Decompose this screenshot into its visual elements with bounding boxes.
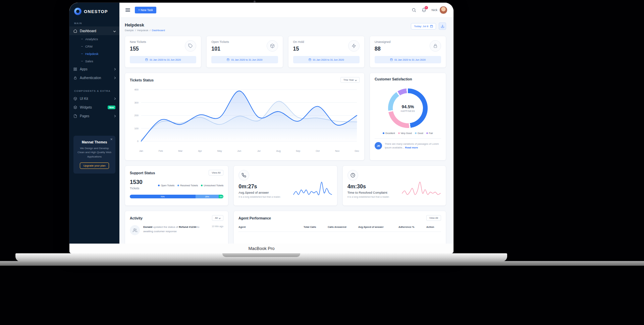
- lock-icon: [73, 76, 77, 80]
- activity-actor: Donald: [143, 225, 152, 229]
- date-range-pill[interactable]: 01 Jan 2020 to 31 Jun 2020: [293, 56, 360, 63]
- breadcrumb-separator: /: [150, 29, 150, 32]
- activity-object: Refund #1234: [179, 225, 196, 229]
- activity-list-item[interactable]: Donald updated the status of Refund #123…: [130, 225, 223, 235]
- sidebar-item-analytics[interactable]: Analytics: [69, 35, 119, 43]
- date-range-pill[interactable]: 01 Jan 2020 to 31 Jun 2020: [375, 56, 441, 63]
- close-icon[interactable]: ✕: [110, 138, 113, 141]
- logo-text: ONESTOP: [84, 9, 108, 14]
- progress-segment: 5%: [219, 195, 223, 198]
- support-legend: Open TicketsResolved TicketsUnresolved T…: [158, 179, 223, 190]
- svg-text:100: 100: [134, 127, 138, 130]
- chevron-down-icon: [355, 79, 357, 81]
- date-range-label: 01 Jan 2020 to 31 Jun 2020: [394, 58, 426, 61]
- calendar-icon: [227, 58, 229, 61]
- sidebar-item-label: Widgets: [80, 106, 92, 109]
- agent-table-header: Agent Total Calls Calls Answered Avg.Spe…: [238, 225, 441, 232]
- date-range-pill[interactable]: 01 Jan 2020 to 31 Jun 2020: [130, 56, 196, 63]
- phone-icon: [238, 170, 249, 181]
- stat-value: 15: [293, 46, 304, 52]
- stat-card-on-hold: On Hold 15 01 Jan 2020 to 31 Ju: [288, 36, 365, 68]
- upgrade-plan-button[interactable]: Upgrade your plan: [80, 162, 109, 169]
- activity-filter-label: All: [215, 216, 218, 219]
- sidebar-item-pages[interactable]: Pages: [69, 112, 119, 120]
- chevron-right-icon: [113, 115, 116, 117]
- support-status-card: Support Status View All 1530 Tickets Ope…: [125, 166, 228, 206]
- activity-filter-dropdown[interactable]: All: [212, 215, 223, 221]
- lock-icon: [430, 40, 441, 52]
- card-title: Customer Satisfaction: [375, 77, 412, 81]
- laptop-base: [15, 253, 507, 262]
- section-label-main: MAIN: [69, 18, 119, 26]
- card-title: Agent Performance: [238, 216, 271, 220]
- dash-icon: [81, 46, 83, 47]
- svg-text:400: 400: [134, 88, 138, 91]
- satisfaction-donut-chart: 94.5% HAPPINESS: [388, 88, 428, 128]
- package-icon: [267, 40, 278, 52]
- breadcrumb-item[interactable]: Dastyle: [125, 29, 134, 32]
- chevron-down-icon: [219, 217, 221, 219]
- svg-text:0: 0: [137, 140, 139, 143]
- sidebar-item-crm[interactable]: CRM: [69, 43, 119, 50]
- today-date-button[interactable]: Today: Jul 8: [411, 23, 436, 29]
- customer-satisfaction-card: Customer Satisfaction 94.5% HAPPINESS: [370, 73, 446, 160]
- date-range-label: 01 Jan 2020 to 31 Jun 2020: [313, 58, 344, 61]
- clock-icon: [347, 170, 358, 181]
- svg-text:Sep: Sep: [296, 149, 300, 152]
- stat-value: 88: [375, 46, 391, 52]
- bell-icon[interactable]: 7: [422, 8, 426, 12]
- sidebar-item-sales[interactable]: Sales: [69, 57, 119, 65]
- view-all-button[interactable]: View All: [426, 215, 441, 221]
- chevron-right-icon: [113, 76, 116, 79]
- breadcrumb-separator: /: [135, 29, 136, 32]
- column-header: Agent: [238, 225, 304, 229]
- sidebar-item-widgets[interactable]: Widgets New: [69, 103, 119, 112]
- progress-segment: 25%: [196, 195, 219, 198]
- svg-text:Apr: Apr: [198, 149, 202, 152]
- sidebar-item-ui-kit[interactable]: UI Kit: [69, 94, 119, 103]
- svg-text:Feb: Feb: [159, 149, 163, 152]
- date-range-label: 01 Jan 2020 to 31 Jun 2020: [231, 58, 262, 61]
- date-range-pill[interactable]: 01 Jan 2020 to 31 Jun 2020: [211, 56, 278, 63]
- breadcrumb-item[interactable]: Helpdesk: [137, 29, 148, 32]
- menu-toggle-icon[interactable]: [125, 7, 130, 12]
- laptop-screen: ONESTOP MAIN Dashboard Analytics CRM Hel…: [69, 3, 453, 244]
- calendar-icon: [145, 58, 148, 61]
- user-avatar: [439, 6, 447, 14]
- support-progress-bar: 70%25%5%: [130, 195, 223, 198]
- model-text: MacBook Pro: [248, 246, 274, 251]
- legend-item: Open Tickets: [158, 181, 174, 190]
- read-more-link[interactable]: Read more: [405, 146, 418, 149]
- sub-item-label: Analytics: [85, 37, 98, 41]
- search-icon[interactable]: [412, 8, 416, 12]
- stat-card-unassigned: Unassigned 88 01 Jan 2020 to 31: [370, 36, 446, 68]
- calendar-icon: [430, 25, 433, 28]
- sub-item-label: Helpdesk: [85, 52, 99, 56]
- calendar-icon: [309, 58, 311, 61]
- sidebar-item-label: UI Kit: [80, 97, 88, 101]
- sidebar-item-dashboard[interactable]: Dashboard: [69, 26, 119, 35]
- date-button-label: Today: Jul 8: [414, 25, 428, 28]
- download-button[interactable]: [439, 22, 446, 30]
- main-area: + New Task 7 Nick: [119, 3, 453, 244]
- activity-text: Donald updated the status of Refund #123…: [143, 225, 208, 235]
- new-task-button[interactable]: + New Task: [135, 7, 156, 13]
- home-icon: [73, 29, 77, 33]
- satisfaction-note: There are many variations of passages of…: [385, 142, 441, 150]
- zap-icon: [348, 40, 360, 52]
- sidebar-item-apps[interactable]: Apps: [69, 65, 119, 73]
- tickets-status-card: Tickets Status This Year 0100200300400Ja…: [125, 73, 365, 160]
- dash-icon: [81, 54, 83, 54]
- sidebar-item-helpdesk[interactable]: Helpdesk: [69, 50, 119, 57]
- logo[interactable]: ONESTOP: [69, 3, 119, 18]
- progress-segment: 70%: [130, 195, 196, 198]
- year-filter-dropdown[interactable]: This Year: [340, 77, 360, 83]
- sidebar-item-authentication[interactable]: Authentication: [69, 73, 119, 82]
- view-all-button[interactable]: View All: [209, 170, 223, 176]
- sub-item-label: CRM: [85, 45, 93, 48]
- happiness-percent: 94.5%: [402, 104, 414, 109]
- user-menu[interactable]: Nick: [432, 6, 448, 14]
- breadcrumb: Dastyle / Helpdesk / Dashboard: [125, 29, 165, 32]
- promo-card: ✕ Mannat Themes We Design and Develop Cl…: [73, 136, 115, 174]
- date-range-label: 01 Jan 2020 to 31 Jun 2020: [150, 58, 181, 61]
